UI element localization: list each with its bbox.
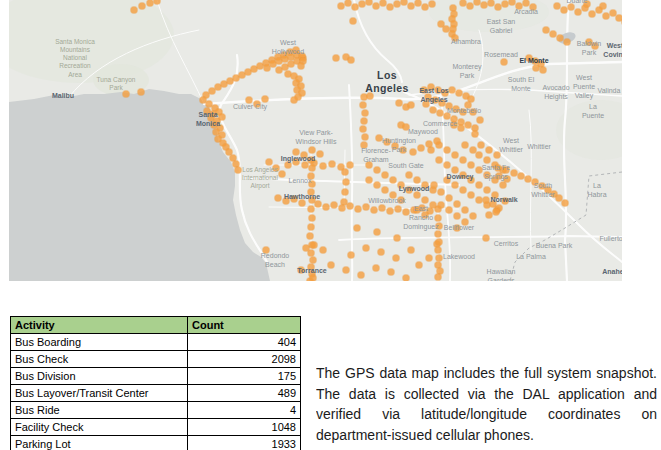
- gps-dot: [348, 252, 355, 259]
- gps-dot: [423, 101, 430, 108]
- gps-dot: [279, 171, 286, 178]
- gps-dot: [347, 162, 354, 169]
- gps-dot: [418, 145, 425, 152]
- gps-dot: [492, 192, 499, 199]
- count-cell: 404: [188, 334, 301, 351]
- gps-dot: [622, 19, 623, 26]
- gps-dot: [301, 152, 308, 159]
- gps-dot: [328, 262, 335, 269]
- gps-dot: [307, 233, 314, 240]
- table-row: Bus Check2098: [11, 351, 301, 368]
- gps-dot: [342, 189, 349, 196]
- gps-dot: [467, 3, 474, 10]
- gps-dot: [444, 113, 451, 120]
- activity-cell: Bus Ride: [11, 402, 188, 419]
- gps-dot: [500, 182, 507, 189]
- gps-dot: [462, 142, 469, 149]
- gps-dot: [495, 4, 502, 11]
- gps-dot: [454, 201, 461, 208]
- gps-dot: [394, 1, 401, 8]
- gps-data-map: Santa Monica Mountains National Recreati…: [9, 0, 622, 281]
- count-cell: 4: [188, 402, 301, 419]
- gps-dot: [476, 197, 483, 204]
- gps-dot: [388, 269, 395, 276]
- gps-dot: [390, 192, 397, 199]
- gps-dot: [414, 207, 421, 214]
- gps-dot: [360, 126, 367, 133]
- gps-dot: [462, 219, 469, 226]
- gps-dot: [435, 215, 442, 222]
- gps-dot: [308, 206, 315, 213]
- gps-dot: [426, 255, 433, 262]
- gps-dot: [366, 162, 373, 169]
- gps-dot: [373, 3, 380, 10]
- gps-dot: [525, 176, 532, 183]
- gps-dot: [333, 55, 340, 62]
- activity-cell: Parking Lot: [11, 436, 188, 450]
- gps-dot: [310, 257, 317, 264]
- gps-dot: [453, 106, 460, 113]
- gps-dot: [484, 172, 491, 179]
- gps-dot: [358, 272, 365, 279]
- gps-dot: [323, 204, 330, 211]
- gps-dot: [422, 4, 429, 11]
- gps-dot: [366, 177, 373, 184]
- gps-dot: [436, 239, 443, 246]
- gps-dot: [476, 167, 483, 174]
- gps-dot: [355, 206, 362, 213]
- gps-dot: [470, 109, 477, 116]
- gps-dot: [374, 167, 381, 174]
- gps-dot: [293, 149, 300, 156]
- gps-dot: [462, 207, 469, 214]
- count-cell: 1048: [188, 419, 301, 436]
- gps-dot: [138, 89, 145, 96]
- gps-dot: [246, 97, 253, 104]
- gps-dot: [452, 35, 459, 42]
- gps-dot: [317, 151, 324, 158]
- count-cell: 1933: [188, 436, 301, 450]
- gps-dot: [394, 235, 401, 242]
- gps-dot: [470, 213, 477, 220]
- count-column-header: Count: [188, 317, 301, 334]
- gps-dot: [414, 192, 421, 199]
- gps-dot: [396, 100, 403, 107]
- gps-dot: [493, 209, 500, 216]
- gps-dot: [472, 131, 479, 138]
- gps-dot: [468, 162, 475, 169]
- gps-dot: [584, 1, 591, 8]
- gps-dot: [374, 229, 381, 236]
- table-row: Bus Division175: [11, 368, 301, 385]
- gps-dot: [339, 205, 346, 212]
- gps-dot: [530, 4, 537, 11]
- gps-dot: [476, 182, 483, 189]
- gps-dot: [561, 7, 568, 14]
- gps-description-paragraph: The GPS data map includes the full syste…: [316, 363, 657, 450]
- gps-dot: [367, 93, 374, 100]
- gps-dot: [379, 205, 386, 212]
- gps-dot: [437, 110, 444, 117]
- gps-dot: [518, 173, 525, 180]
- gps-dot: [444, 147, 451, 154]
- gps-dot: [308, 189, 315, 196]
- gps-dot: [476, 152, 483, 159]
- gps-dot: [516, 3, 523, 10]
- gps-dot: [273, 165, 280, 172]
- gps-dot: [438, 189, 445, 196]
- gps-dot: [481, 2, 488, 9]
- gps-dot: [416, 262, 423, 269]
- gps-dot: [299, 200, 306, 207]
- gps-dot: [354, 225, 361, 232]
- gps-dot: [468, 192, 475, 199]
- gps-dot: [311, 242, 318, 249]
- gps-dot: [454, 213, 461, 220]
- gps-dot: [387, 208, 394, 215]
- gps-dot: [429, 1, 436, 8]
- gps-dot: [533, 65, 540, 72]
- gps-dot: [470, 147, 477, 154]
- gps-dot: [432, 97, 439, 104]
- gps-dot: [554, 3, 561, 10]
- gps-dot: [408, 102, 415, 109]
- gps-dot: [460, 109, 467, 116]
- gps-dot: [444, 162, 451, 169]
- gps-dot: [235, 167, 242, 174]
